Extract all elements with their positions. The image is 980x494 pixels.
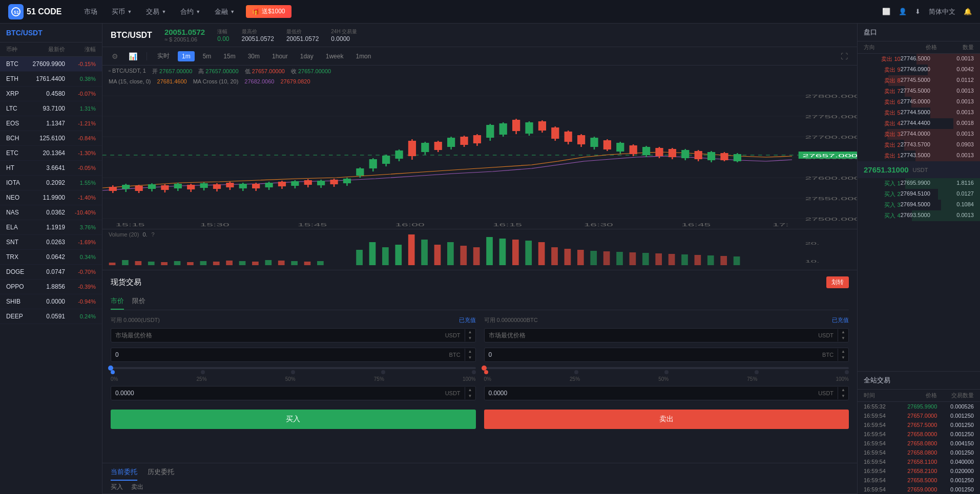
tab-market[interactable]: 市价: [111, 293, 124, 310]
sell-order-row[interactable]: 卖出 9 27746.0900 0.0042: [858, 65, 980, 75]
time-1week[interactable]: 1week: [322, 51, 348, 61]
buy-price-up[interactable]: ▲: [465, 329, 475, 335]
nav-market[interactable]: 市场: [77, 0, 105, 24]
sell-amount-input-wrap[interactable]: BTC ▲ ▼: [484, 348, 849, 362]
tab-history-orders[interactable]: 历史委托: [148, 467, 174, 481]
buy-price-input-wrap[interactable]: USDT ▲ ▼: [111, 328, 476, 342]
sell-order-row[interactable]: 卖出 10 27746.5000 0.0013: [858, 54, 980, 65]
time-30m[interactable]: 30m: [244, 51, 264, 61]
chart-type-icon[interactable]: 📊: [126, 51, 140, 61]
buy-amount-up[interactable]: ▲: [465, 349, 475, 355]
sell-button[interactable]: 卖出: [484, 410, 849, 429]
coin-row-eos[interactable]: EOS 1.1347 -1.21%: [0, 116, 102, 131]
buy-slider-row[interactable]: 0% 25% 50% 75% 100%: [111, 367, 476, 382]
buy-slider-dot-50[interactable]: [291, 370, 295, 374]
buy-amount-input-wrap[interactable]: BTC ▲ ▼: [111, 348, 476, 362]
sell-amount-down[interactable]: ▼: [838, 355, 848, 361]
buy-amount-input[interactable]: [111, 348, 445, 361]
sell-price-input[interactable]: [485, 329, 815, 342]
time-realtime[interactable]: 实时: [153, 50, 174, 62]
buy-slider-dot-0[interactable]: [111, 370, 115, 374]
sell-price-up[interactable]: ▲: [838, 329, 848, 335]
buy-slider-dot-75[interactable]: [381, 370, 385, 374]
buy-amount-down[interactable]: ▼: [465, 355, 475, 361]
coin-row-doge[interactable]: DOGE 0.0747 -0.70%: [0, 265, 102, 280]
buy-total-input[interactable]: [111, 386, 441, 400]
sell-order-row[interactable]: 卖出 2 27743.5700 0.0903: [858, 140, 980, 151]
coin-row-btc[interactable]: BTC 27609.9900 -0.15%: [0, 57, 102, 72]
buy-total-down[interactable]: ▼: [465, 393, 475, 399]
coin-row-deep[interactable]: DEEP 0.0591 0.24%: [0, 309, 102, 324]
buy-price-input[interactable]: [111, 329, 441, 342]
sell-slider-dot-0[interactable]: [484, 370, 488, 374]
buy-slider-dot-25[interactable]: [201, 370, 205, 374]
time-1mon[interactable]: 1mon: [351, 51, 375, 61]
sell-slider-row[interactable]: 0% 25% 50% 75% 100%: [484, 367, 849, 382]
nav-finance[interactable]: 金融 ▼: [207, 0, 242, 24]
nav-contract[interactable]: 合约 ▼: [173, 0, 207, 24]
coin-row-iota[interactable]: IOTA 0.2092 1.55%: [0, 176, 102, 190]
coin-row-eth[interactable]: ETH 1761.4400 0.38%: [0, 72, 102, 87]
tab-current-orders[interactable]: 当前委托: [111, 467, 137, 481]
tab-limit[interactable]: 限价: [132, 293, 145, 310]
sell-total-input[interactable]: [485, 386, 815, 400]
settings-icon[interactable]: ⚙: [109, 51, 121, 61]
user-icon[interactable]: 👤: [899, 8, 907, 15]
time-5m[interactable]: 5m: [199, 51, 216, 61]
coin-row-shib[interactable]: SHIB 0.0000 -0.94%: [0, 294, 102, 309]
lang-switch[interactable]: 简体中文: [929, 7, 955, 16]
nav-trade[interactable]: 交易 ▼: [139, 0, 173, 24]
sell-slider-dot-25[interactable]: [574, 370, 578, 374]
sell-slider-dot-100[interactable]: [845, 370, 849, 374]
time-1m[interactable]: 1m: [178, 51, 195, 61]
buy-total-up[interactable]: ▲: [465, 387, 475, 393]
sell-slider-dot-50[interactable]: [664, 370, 669, 374]
coin-row-etc[interactable]: ETC 20.1364 -1.30%: [0, 146, 102, 161]
buy-order-row[interactable]: 买入 3 27694.5000 0.1084: [858, 200, 980, 210]
coin-row-trx[interactable]: TRX 0.0642 0.34%: [0, 250, 102, 265]
buy-slider-dot-100[interactable]: [472, 370, 476, 374]
buy-price-down[interactable]: ▼: [465, 335, 475, 341]
sell-amount-input[interactable]: [485, 348, 819, 361]
sell-price-input-wrap[interactable]: USDT ▲ ▼: [484, 328, 849, 342]
buy-order-row[interactable]: 买入 2 27694.5100 0.0127: [858, 189, 980, 200]
coin-row-xrp[interactable]: XRP 0.4580 -0.07%: [0, 87, 102, 101]
sell-order-row[interactable]: 卖出 7 27745.5000 0.0013: [858, 86, 980, 97]
bell-icon[interactable]: 🔔: [964, 8, 972, 15]
sell-slider-dot-75[interactable]: [755, 370, 759, 374]
logo[interactable]: 51 51 CODE: [8, 4, 61, 19]
coin-row-neo[interactable]: NEO 11.9900 -1.40%: [0, 190, 102, 205]
buy-recharge[interactable]: 已充值: [459, 316, 476, 324]
buy-order-row[interactable]: 买入 1 27695.9900 1.8116: [858, 178, 980, 189]
screen-icon[interactable]: ⬜: [882, 8, 890, 15]
sell-order-row[interactable]: 卖出 1 27743.5000 0.0013: [858, 151, 980, 161]
fullscreen-icon[interactable]: ⛶: [838, 51, 851, 61]
coin-row-bch[interactable]: BCH 125.6100 -0.84%: [0, 131, 102, 146]
buy-button[interactable]: 买入: [111, 410, 476, 429]
sell-amount-up[interactable]: ▲: [838, 349, 848, 355]
coin-row-ela[interactable]: ELA 1.1919 3.76%: [0, 220, 102, 235]
sell-order-row[interactable]: 卖出 6 27745.0000 0.0013: [858, 97, 980, 108]
download-icon[interactable]: ⬇: [915, 8, 921, 15]
nav-buy[interactable]: 买币 ▼: [105, 0, 139, 24]
subtab-buy[interactable]: 买入: [111, 483, 123, 491]
sell-order-row[interactable]: 卖出 8 27745.5000 0.0112: [858, 75, 980, 86]
coin-row-ht[interactable]: HT 3.6641 -0.05%: [0, 161, 102, 176]
sell-recharge[interactable]: 已充值: [832, 316, 849, 324]
coin-row-oppo[interactable]: OPPO 1.8856 -0.39%: [0, 280, 102, 294]
time-15m[interactable]: 15m: [219, 51, 239, 61]
buy-order-row[interactable]: 买入 4 27693.5000 0.0013: [858, 210, 980, 221]
time-1day[interactable]: 1day: [296, 51, 318, 61]
time-1hour[interactable]: 1hour: [268, 51, 292, 61]
sell-total-up[interactable]: ▲: [838, 387, 848, 393]
sell-price-down[interactable]: ▼: [838, 335, 848, 341]
coin-row-nas[interactable]: NAS 0.0362 -10.40%: [0, 205, 102, 220]
subtab-sell[interactable]: 卖出: [131, 483, 143, 491]
sell-total-down[interactable]: ▼: [838, 393, 848, 399]
buy-total-input-wrap[interactable]: USDT ▲ ▼: [111, 386, 476, 400]
coin-row-snt[interactable]: SNT 0.0263 -1.69%: [0, 235, 102, 250]
sell-order-row[interactable]: 卖出 5 27744.5000 0.0013: [858, 108, 980, 118]
switch-button[interactable]: 划转: [826, 276, 849, 288]
sell-total-input-wrap[interactable]: USDT ▲ ▼: [484, 386, 849, 400]
sell-order-row[interactable]: 卖出 3 27744.0000 0.0013: [858, 129, 980, 140]
